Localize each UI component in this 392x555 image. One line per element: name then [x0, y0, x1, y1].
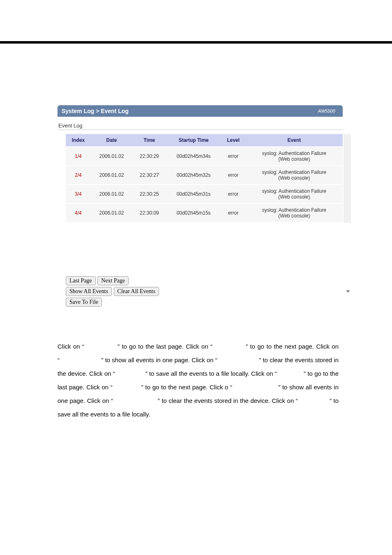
cell-index: 2/4 [66, 166, 91, 185]
next-page-button[interactable]: Next Page [97, 276, 129, 285]
cell-date: 2006.01.02 [91, 147, 132, 166]
breadcrumb-text: System Log > Event Log [62, 108, 129, 114]
cell-startup: 00d02h45m32s [166, 166, 221, 185]
col-event: Event [246, 134, 343, 147]
breadcrumb-bar: System Log > Event Log AW5500 [58, 105, 343, 117]
table-row: 1/4 2006.01.02 22:30:29 00d02h45m34s err… [66, 147, 343, 166]
cell-date: 2006.01.02 [91, 185, 132, 204]
cell-event: syslog: Authentication Failure(Web conso… [246, 166, 343, 185]
cell-level: error [221, 185, 246, 204]
cell-time: 22:30:29 [132, 147, 166, 166]
col-index: Index [66, 134, 91, 147]
cell-index: 3/4 [66, 185, 91, 204]
last-page-button[interactable]: Last Page [66, 276, 96, 285]
cell-index: 4/4 [66, 204, 91, 222]
cell-index: 1/4 [66, 147, 91, 166]
section-title: Event Log [58, 123, 343, 130]
cell-event: syslog: Authentication Failure(Web conso… [246, 185, 343, 204]
col-date: Date [91, 134, 132, 147]
cell-time: 22:30:25 [132, 185, 166, 204]
instruction-paragraph: Click on “ ” to go to the last page. Cli… [0, 319, 392, 421]
table-row: 2/4 2006.01.02 22:30:27 00d02h45m32s err… [66, 166, 343, 185]
cell-date: 2006.01.02 [91, 204, 132, 222]
cell-level: error [221, 147, 246, 166]
cell-startup: 00d02h45m34s [166, 147, 221, 166]
cell-level: error [221, 204, 246, 222]
cell-event: syslog: Authentication Failure(Web conso… [246, 204, 343, 222]
col-startup: Startup Time [166, 134, 221, 147]
button-row-2: Show All Events Clear All Events [66, 287, 343, 296]
col-level: Level [221, 134, 246, 147]
cell-startup: 00d02h45m15s [166, 204, 221, 222]
col-time: Time [132, 134, 166, 147]
table-scroll-container: Index Date Time Startup Time Level Event… [66, 134, 343, 223]
cell-time: 22:30:09 [132, 204, 166, 222]
cell-level: error [221, 166, 246, 185]
button-row-1: Last Page Next Page [66, 276, 343, 285]
cell-time: 22:30:27 [132, 166, 166, 185]
screenshot-panel: System Log > Event Log AW5500 Event Log … [0, 44, 392, 319]
cell-startup: 00d02h45m31s [166, 185, 221, 204]
scroll-up-icon[interactable] [346, 136, 350, 138]
save-to-file-button[interactable]: Save To File [66, 298, 102, 307]
event-log-area: Event Log Index Date Time Startup Time L… [58, 117, 343, 307]
button-row-3: Save To File [66, 298, 343, 307]
table-row: 3/4 2006.01.02 22:30:25 00d02h45m31s err… [66, 185, 343, 204]
show-all-events-button[interactable]: Show All Events [66, 287, 112, 296]
event-log-table: Index Date Time Startup Time Level Event… [66, 134, 343, 223]
cell-date: 2006.01.02 [91, 166, 132, 185]
clear-all-events-button[interactable]: Clear All Events [114, 287, 159, 296]
scroll-down-icon[interactable] [346, 290, 350, 293]
table-row: 4/4 2006.01.02 22:30:09 00d02h45m15s err… [66, 204, 343, 222]
table-header-row: Index Date Time Startup Time Level Event [66, 134, 343, 147]
cell-event: syslog: Authentication Failure(Web conso… [246, 147, 343, 166]
model-label: AW5500 [318, 109, 339, 113]
